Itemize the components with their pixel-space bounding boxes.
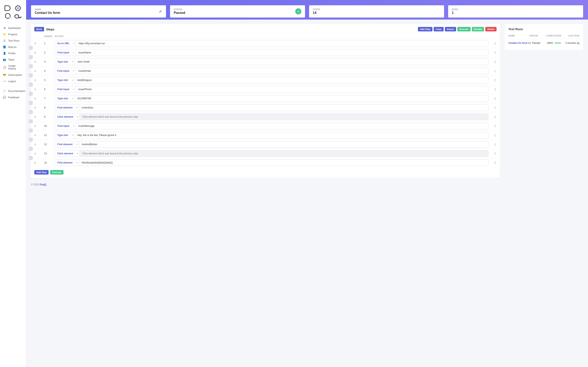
trash-icon[interactable]: [488, 116, 497, 118]
disable-button[interactable]: Disable: [472, 27, 484, 31]
drag-handle-icon[interactable]: ≡: [34, 161, 44, 164]
chevron-down-icon[interactable]: ▾: [75, 141, 79, 148]
chevron-down-icon[interactable]: ▾: [72, 49, 76, 56]
back-button[interactable]: Back: [34, 27, 44, 31]
step-value-input[interactable]: [75, 95, 488, 102]
step-order: 11: [44, 134, 55, 137]
trash-icon[interactable]: [488, 70, 497, 72]
pencil-icon[interactable]: [159, 9, 162, 13]
sidebar-item-logout[interactable]: ↪Logout: [0, 78, 26, 84]
drag-handle-icon[interactable]: ≡: [34, 143, 44, 146]
step-action-select[interactable]: Click element: [55, 114, 76, 120]
chevron-down-icon[interactable]: ▾: [72, 68, 76, 74]
stat-value-runs: 1: [452, 11, 458, 15]
step-value-input[interactable]: [80, 150, 488, 157]
drag-handle-icon[interactable]: ≡: [34, 88, 44, 91]
step-action-select[interactable]: Find element: [55, 141, 75, 148]
sidebar-item-subscription[interactable]: 💳Subscription: [0, 72, 26, 78]
step-action-select[interactable]: Type into: [55, 58, 71, 65]
delete-button[interactable]: Delete: [485, 27, 497, 31]
step-value-input[interactable]: [76, 86, 488, 92]
step-value-input[interactable]: [76, 40, 488, 47]
drag-handle-icon[interactable]: ≡: [34, 115, 44, 118]
execute-button-footer[interactable]: Execute: [50, 170, 63, 175]
copy-button[interactable]: Copy: [434, 27, 444, 31]
sidebar-item-usage-history[interactable]: 📋Usage History: [0, 63, 26, 72]
step-action-select[interactable]: Go to URL: [55, 40, 72, 47]
drag-handle-icon[interactable]: ≡: [34, 152, 44, 155]
step-value-input[interactable]: [76, 123, 488, 129]
sidebar-item-dashboard[interactable]: 🖥Dashboard: [0, 25, 26, 31]
chevron-down-icon[interactable]: ▾: [76, 114, 80, 120]
step-action-select[interactable]: Type into: [55, 77, 71, 83]
step-row: ≡ 13 Click element ▾ +: [31, 149, 500, 158]
step-value-input[interactable]: [75, 58, 488, 65]
step-action-select[interactable]: Find element: [55, 104, 75, 111]
chevron-down-icon[interactable]: ▾: [75, 159, 79, 166]
drag-handle-icon[interactable]: ≡: [34, 134, 44, 137]
step-value-input[interactable]: [79, 141, 488, 148]
drag-handle-icon[interactable]: ≡: [34, 51, 44, 54]
sidebar-item-feedback[interactable]: 💬Feedback: [0, 94, 26, 100]
drag-handle-icon[interactable]: ≡: [34, 125, 44, 127]
steps-table-header: ORDER ACTION: [31, 34, 500, 39]
drag-handle-icon[interactable]: ≡: [34, 42, 44, 45]
trash-icon[interactable]: [488, 42, 497, 45]
trash-icon[interactable]: [488, 97, 497, 100]
step-value-input[interactable]: [79, 159, 488, 166]
sidebar-item-macros[interactable]: 📘Macros: [0, 44, 26, 50]
chevron-down-icon[interactable]: ▾: [71, 95, 75, 102]
trash-icon[interactable]: [488, 161, 497, 164]
drag-handle-icon[interactable]: ≡: [34, 69, 44, 72]
step-action-select[interactable]: Find input: [55, 123, 72, 129]
chevron-down-icon[interactable]: ▾: [72, 86, 76, 92]
trash-icon[interactable]: [488, 106, 497, 109]
drag-handle-icon[interactable]: ≡: [34, 60, 44, 63]
step-action-select[interactable]: Find input: [55, 86, 72, 92]
step-value-input[interactable]: [75, 132, 488, 138]
trash-icon[interactable]: [488, 143, 497, 146]
step-action-select[interactable]: Type into: [55, 132, 71, 138]
trash-icon[interactable]: [488, 125, 497, 127]
chevron-down-icon[interactable]: ▾: [75, 104, 79, 111]
step-action-select[interactable]: Find element: [55, 159, 75, 166]
step-action-select[interactable]: Type into: [55, 95, 71, 102]
drag-handle-icon[interactable]: ≡: [34, 79, 44, 82]
trash-icon[interactable]: [488, 88, 497, 91]
chevron-down-icon[interactable]: ▾: [72, 123, 76, 129]
trash-icon[interactable]: [488, 60, 497, 63]
import-button[interactable]: Import: [445, 27, 456, 31]
step-action-select[interactable]: Find input: [55, 49, 72, 56]
chevron-down-icon[interactable]: ▾: [72, 40, 76, 47]
sidebar-item-test-runs[interactable]: ☰Test Runs: [0, 38, 26, 44]
execute-button[interactable]: Execute: [457, 27, 470, 31]
step-value-input[interactable]: [75, 77, 488, 83]
step-action-select[interactable]: Click element: [55, 150, 76, 157]
trash-icon[interactable]: [488, 51, 497, 54]
trash-icon[interactable]: [488, 152, 497, 155]
drag-handle-icon[interactable]: ≡: [34, 97, 44, 100]
add-step-button-footer[interactable]: Add Step: [34, 170, 49, 175]
sidebar-item-label: Test Runs: [8, 39, 20, 42]
run-name-link[interactable]: Contact Us form-1: [508, 42, 530, 44]
step-value-input[interactable]: [80, 114, 488, 120]
step-value-input[interactable]: [79, 104, 488, 111]
chevron-down-icon[interactable]: ▾: [71, 77, 75, 83]
add-step-button[interactable]: Add Step: [418, 27, 432, 31]
step-action-select[interactable]: Find input: [55, 68, 72, 74]
drag-handle-icon[interactable]: ≡: [34, 106, 44, 109]
sidebar-item-projects[interactable]: 📁Projects: [0, 31, 26, 38]
trash-icon[interactable]: [488, 79, 497, 82]
sidebar-item-profile[interactable]: 👤Profile: [0, 50, 26, 57]
chevron-down-icon[interactable]: ▾: [71, 58, 75, 65]
trash-icon[interactable]: [488, 134, 497, 137]
chevron-down-icon[interactable]: ▾: [71, 132, 75, 138]
step-order: 12: [44, 143, 55, 146]
chevron-down-icon[interactable]: ▾: [76, 150, 80, 157]
step-value-input[interactable]: [76, 68, 488, 74]
sidebar-item-team[interactable]: 👥Team: [0, 57, 26, 63]
step-value-input[interactable]: [76, 49, 488, 56]
steps-title: Steps: [46, 27, 54, 31]
sidebar-item-documentation[interactable]: 📄Documentation: [0, 88, 26, 94]
step-row: ≡ 7 Type into ▾ +: [31, 94, 500, 103]
